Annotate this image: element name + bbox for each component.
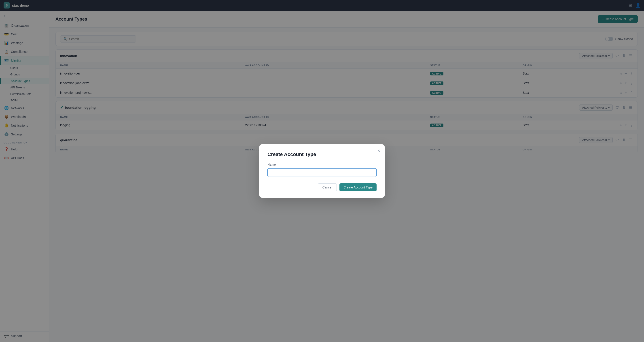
create-account-type-modal: × Create Account Type Name Cancel Create…: [260, 144, 384, 198]
modal-name-input[interactable]: [268, 168, 376, 177]
modal-name-field: Name: [268, 163, 376, 177]
modal-cancel-button[interactable]: Cancel: [318, 183, 337, 191]
modal-overlay[interactable]: × Create Account Type Name Cancel Create…: [0, 0, 644, 342]
modal-name-label: Name: [268, 163, 376, 166]
modal-close-button[interactable]: ×: [378, 148, 380, 153]
modal-submit-button[interactable]: Create Account Type: [340, 183, 376, 191]
modal-title: Create Account Type: [268, 152, 376, 157]
modal-actions: Cancel Create Account Type: [268, 183, 376, 191]
